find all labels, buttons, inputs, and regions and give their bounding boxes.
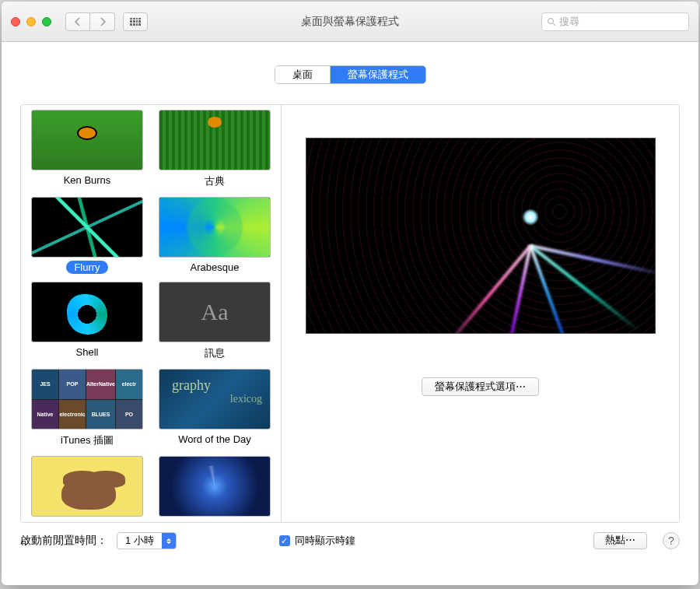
saver-label: 古典 xyxy=(197,174,233,189)
tabs-row: 桌面 螢幕保護程式 xyxy=(2,42,698,92)
saver-item-flurry[interactable]: Flurry xyxy=(29,192,145,274)
saver-item-shell[interactable]: Shell xyxy=(29,277,145,361)
checkbox-checked-icon: ✓ xyxy=(279,535,290,546)
screensaver-options-button[interactable]: 螢幕保護程式選項⋯ xyxy=(422,377,539,396)
saver-label: 訊息 xyxy=(197,345,233,361)
saver-thumb xyxy=(31,110,143,170)
saver-item-arabesque[interactable]: Arabesque xyxy=(156,192,273,274)
saver-label: iTunes 插圖 xyxy=(53,433,121,448)
saver-thumb xyxy=(159,197,271,258)
flurry-preview-graphic xyxy=(306,138,655,333)
help-button[interactable]: ? xyxy=(663,532,680,549)
saver-item-wotd[interactable]: Word of the Day xyxy=(156,364,273,448)
screensaver-preview[interactable] xyxy=(306,138,656,334)
saver-label: Word of the Day xyxy=(170,433,259,446)
preview-panel: 螢幕保護程式選項⋯ xyxy=(282,105,679,522)
svg-point-0 xyxy=(548,18,554,23)
show-all-button[interactable] xyxy=(123,12,148,31)
search-field[interactable]: 搜尋 xyxy=(541,12,689,31)
tab-segmented-control: 桌面 螢幕保護程式 xyxy=(275,65,426,84)
saver-label: 隨機 xyxy=(197,520,233,522)
tab-screensaver[interactable]: 螢幕保護程式 xyxy=(331,66,425,83)
saver-label: Ken Burns xyxy=(56,174,119,187)
bottom-controls: 啟動前閒置時間： 1 小時 ✓ 同時顯示時鐘 熱點⋯ ? xyxy=(2,523,698,549)
saver-item-random[interactable]: 隨機 xyxy=(156,451,273,522)
start-after-value: 1 小時 xyxy=(117,534,162,548)
hot-corners-button[interactable]: 熱點⋯ xyxy=(593,532,647,549)
saver-thumb xyxy=(31,282,143,342)
preferences-window: 桌面與螢幕保護程式 搜尋 桌面 螢幕保護程式 Ken Burns 古典 Flur… xyxy=(2,2,698,585)
back-button[interactable] xyxy=(65,12,90,31)
nav-buttons xyxy=(65,12,115,31)
saver-thumb xyxy=(159,369,271,429)
saver-item-message[interactable]: Aa 訊息 xyxy=(156,277,273,361)
zoom-button[interactable] xyxy=(42,17,51,26)
forward-button[interactable] xyxy=(90,12,115,31)
grid-icon xyxy=(130,18,141,26)
saver-label: Flurry xyxy=(66,261,107,274)
saver-thumb xyxy=(31,456,143,517)
saver-label: Shell xyxy=(68,345,107,359)
saver-item-itunes[interactable]: JESPOPAlterNativeelectr Nativeelectronic… xyxy=(29,364,145,448)
saver-thumb: Aa xyxy=(159,282,271,342)
saver-thumb xyxy=(31,197,143,258)
saver-thumb: JESPOPAlterNativeelectr Nativeelectronic… xyxy=(31,369,143,429)
screensaver-list[interactable]: Ken Burns 古典 Flurry Arabesque Shell Aa 訊… xyxy=(21,105,282,522)
window-controls xyxy=(11,17,51,26)
minimize-button[interactable] xyxy=(26,17,36,26)
saver-item-classic[interactable]: 古典 xyxy=(156,105,273,189)
content-panel: Ken Burns 古典 Flurry Arabesque Shell Aa 訊… xyxy=(20,104,680,523)
saver-item-kenburns[interactable]: Ken Burns xyxy=(29,105,145,189)
saver-thumb xyxy=(159,456,271,517)
titlebar: 桌面與螢幕保護程式 搜尋 xyxy=(2,2,698,42)
start-after-select[interactable]: 1 小時 xyxy=(117,532,177,549)
start-after-label: 啟動前閒置時間： xyxy=(20,534,107,548)
search-placeholder: 搜尋 xyxy=(559,15,579,29)
svg-line-1 xyxy=(553,23,555,26)
saver-label: LINEScreenSa... xyxy=(42,520,133,522)
saver-label: Arabesque xyxy=(183,261,247,274)
close-button[interactable] xyxy=(11,17,20,26)
show-clock-checkbox[interactable]: ✓ 同時顯示時鐘 xyxy=(279,534,355,548)
stepper-arrows-icon xyxy=(162,533,176,549)
show-clock-label: 同時顯示時鐘 xyxy=(295,534,355,548)
search-icon xyxy=(547,17,556,26)
saver-item-line[interactable]: LINEScreenSa... xyxy=(29,451,145,522)
saver-thumb xyxy=(159,110,271,170)
tab-desktop[interactable]: 桌面 xyxy=(275,66,331,83)
